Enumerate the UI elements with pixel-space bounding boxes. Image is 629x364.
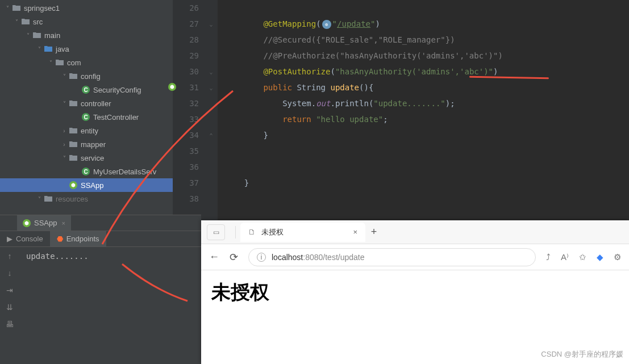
tree-node[interactable]: ›mapper — [0, 137, 173, 151]
code-line[interactable]: } — [225, 175, 629, 191]
scroll-icon[interactable]: ⇊ — [6, 303, 13, 312]
unauthorized-heading: 未授权 — [211, 279, 619, 306]
expand-icon[interactable]: ˅ — [24, 32, 32, 39]
code-line[interactable]: return "hello update"; — [225, 111, 629, 127]
tree-node[interactable]: ˅main — [0, 28, 173, 42]
code-line[interactable]: //@Secured({"ROLE_sale","ROLE_manager"}) — [225, 32, 629, 48]
code-line[interactable] — [225, 191, 629, 207]
browser-tab[interactable]: 🗋 未授权 × — [240, 223, 365, 242]
expand-icon[interactable]: ˅ — [35, 46, 43, 52]
wrap-icon[interactable]: ⇥ — [6, 286, 13, 295]
tree-label: TestController — [93, 113, 139, 122]
tree-node[interactable]: CMyUserDetailsServ — [0, 165, 173, 178]
tree-label: MyUserDetailsServ — [93, 168, 156, 176]
code-line[interactable]: @GetMapping(⊕"/update") — [225, 16, 629, 32]
console-tab[interactable]: ▶ Console — [0, 231, 50, 246]
tree-node[interactable]: ˅com — [0, 56, 173, 69]
close-icon[interactable]: × — [61, 220, 65, 227]
tab-title: 未授权 — [261, 227, 284, 237]
tree-label: mapper — [81, 140, 106, 149]
print-icon[interactable]: 🖶 — [6, 320, 14, 329]
close-icon[interactable]: × — [353, 228, 357, 236]
tree-node[interactable]: ˅java — [0, 42, 173, 56]
line-number: 36 — [173, 159, 199, 175]
expand-icon[interactable]: ˅ — [13, 19, 20, 25]
tree-label: SSApp — [81, 181, 103, 190]
expand-icon[interactable]: ˅ — [47, 60, 55, 66]
code-line[interactable] — [225, 0, 629, 16]
tree-node[interactable]: ˅resources — [0, 192, 173, 206]
tree-label: src — [33, 18, 43, 26]
tree-node[interactable]: ˅controller — [0, 97, 173, 110]
tree-node[interactable]: ›entity — [0, 124, 173, 137]
tree-node[interactable]: ˅src — [0, 15, 173, 28]
expand-icon[interactable]: ˅ — [60, 155, 68, 161]
share-icon[interactable]: ⤴ — [546, 252, 551, 262]
endpoints-tab[interactable]: ⬣ Endpoints — [50, 231, 106, 246]
code-line[interactable] — [225, 143, 629, 159]
tree-label: config — [81, 72, 101, 81]
tree-label: SecurityConfig — [93, 86, 141, 94]
browser-window: ▭ 🗋 未授权 × + ← ⟳ i localhost:8080/test/up… — [201, 220, 629, 364]
expand-icon[interactable]: › — [60, 141, 68, 148]
expand-icon[interactable]: ˅ — [3, 5, 11, 11]
tree-label: controller — [81, 99, 111, 108]
line-number: 29 — [173, 48, 199, 64]
expand-icon[interactable]: › — [60, 128, 68, 134]
code-line[interactable]: //@PreAuthorize("hasAnyAuthority('admins… — [225, 48, 629, 64]
collections-icon[interactable]: ◆ — [597, 252, 603, 262]
tree-label: entity — [81, 127, 98, 135]
favorites-icon[interactable]: ✩ — [579, 252, 586, 262]
line-number: 28 — [173, 32, 199, 48]
tree-node[interactable]: ˅springsec1 — [0, 1, 173, 15]
page-icon: 🗋 — [248, 228, 256, 236]
tree-label: service — [81, 154, 104, 162]
tree-node[interactable]: ⬢SSApp — [0, 178, 173, 192]
read-aloud-icon[interactable]: A⁾ — [561, 252, 569, 262]
line-number: 26 — [173, 0, 199, 16]
site-info-icon[interactable]: i — [257, 253, 266, 262]
code-line[interactable] — [225, 159, 629, 175]
tree-label: springsec1 — [24, 4, 60, 12]
up-icon[interactable]: ↑ — [8, 252, 12, 261]
run-gutter-icon[interactable]: ⬢ — [168, 83, 176, 91]
run-toolbar: ↑ ↓ ⇥ ⇊ 🖶 — [0, 247, 19, 364]
down-icon[interactable]: ↓ — [8, 269, 12, 278]
new-tab-button[interactable]: + — [365, 226, 382, 238]
line-number: 31⬢ — [173, 80, 199, 95]
expand-icon[interactable]: ˅ — [60, 73, 68, 80]
line-number: 38 — [173, 191, 199, 207]
url-host: localhost — [272, 253, 303, 262]
settings-icon[interactable]: ⚙ — [614, 252, 621, 262]
code-line[interactable]: System.out.println("update......."); — [225, 95, 629, 111]
tree-node[interactable]: ˅config — [0, 69, 173, 83]
console-output: update....... — [19, 247, 201, 265]
run-tool-window: ⬢ SSApp × ▶ Console ⬣ Endpoints ↑ ↓ ⇥ ⇊ … — [0, 215, 201, 364]
line-number: 33 — [173, 111, 199, 127]
expand-icon[interactable]: ˅ — [60, 101, 68, 107]
page-content: 未授权 — [201, 270, 629, 315]
tree-node[interactable]: CTestController — [0, 110, 173, 124]
line-number: 30 — [173, 64, 199, 80]
tree-label: java — [56, 45, 69, 53]
code-line[interactable]: public String update(){ — [225, 80, 629, 95]
line-number: 27 — [173, 16, 199, 32]
console-icon: ▶ — [7, 235, 13, 243]
code-line[interactable]: @PostAuthorize("hasAnyAuthority('admins'… — [225, 64, 629, 80]
tree-label: resources — [56, 195, 88, 203]
spring-icon: ⬢ — [23, 219, 31, 227]
code-line[interactable]: } — [225, 127, 629, 143]
line-number: 37 — [173, 175, 199, 191]
line-number: 34 — [173, 127, 199, 143]
tree-node[interactable]: ˅service — [0, 151, 173, 165]
refresh-button[interactable]: ⟳ — [230, 251, 238, 263]
watermark: CSDN @射手座的程序媛 — [541, 349, 623, 359]
tree-label: main — [44, 31, 60, 40]
back-button[interactable]: ← — [209, 251, 219, 263]
tab-overview-button[interactable]: ▭ — [207, 224, 225, 240]
run-config-tab[interactable]: ⬢ SSApp × — [17, 215, 71, 231]
expand-icon[interactable]: ˅ — [35, 196, 43, 202]
tree-label: com — [67, 58, 81, 67]
address-bar[interactable]: i localhost:8080/test/update — [248, 248, 536, 266]
tree-node[interactable]: CSecurityConfig — [0, 83, 173, 97]
